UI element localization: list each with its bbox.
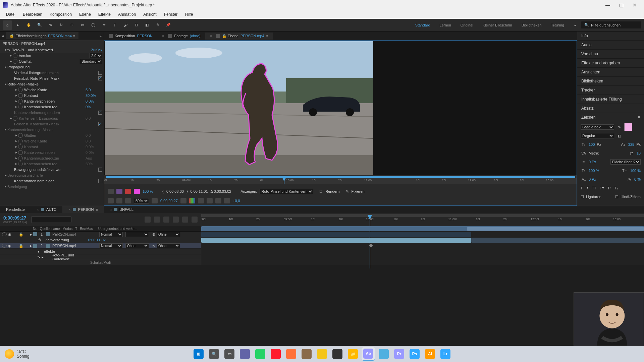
taskbar-app-ps[interactable]: Ps — [408, 347, 421, 361]
taskbar-app-search[interactable]: 🔍 — [207, 347, 221, 361]
fx-prop-row[interactable]: ▸KantenrauschreduzieAus — [0, 155, 104, 161]
menu-datei[interactable]: Datei — [3, 11, 19, 18]
guides-icon[interactable] — [207, 198, 213, 203]
bold-button[interactable]: T — [581, 186, 583, 190]
render-toggle[interactable]: Rendern — [325, 189, 339, 193]
workspace-kleiner bildschirm[interactable]: Kleiner Bildschirm — [478, 22, 517, 28]
panel-vorschau[interactable]: Vorschau — [577, 50, 644, 59]
graph-icon[interactable] — [192, 217, 198, 223]
comp-flowchart-icon[interactable] — [145, 217, 151, 223]
taskbar-app-lr[interactable]: Lr — [439, 347, 452, 361]
character-panel-header[interactable]: Zeichen ≡ — [577, 113, 644, 122]
tl-col-header[interactable]: Modus — [61, 227, 74, 231]
overflow-button[interactable]: » — [570, 20, 580, 30]
channel-icon[interactable] — [189, 198, 195, 203]
menu-animation[interactable]: Animation — [115, 11, 139, 18]
workspace-original[interactable]: Original — [456, 22, 478, 28]
tracking-value[interactable]: 10 — [637, 151, 641, 155]
font-size-value[interactable]: 100 — [589, 142, 595, 146]
zoom-tool[interactable]: 🔍 — [35, 20, 44, 30]
shy-icon[interactable] — [163, 217, 169, 223]
stroke-width-value[interactable]: 0 Px — [589, 160, 596, 164]
magic-icon[interactable] — [116, 189, 122, 194]
panel-prev-icon[interactable]: « — [0, 34, 6, 38]
frameblend-icon[interactable] — [173, 217, 179, 223]
region-icon[interactable] — [108, 198, 114, 203]
menu-ansicht[interactable]: Ansicht — [140, 11, 160, 18]
tl-col-header[interactable]: Quellenname — [39, 227, 61, 231]
fx-prop-row[interactable]: ▸Version2.0 — [0, 53, 104, 58]
panel-bibliotheken[interactable]: Bibliotheken — [577, 77, 644, 86]
fx-prop-row[interactable]: ▸Bereinigung — [0, 184, 104, 189]
taskbar-app-teams[interactable] — [238, 347, 252, 361]
taskbar-app-opera[interactable] — [269, 347, 282, 361]
timeline-layer-row[interactable]: ◉🔒▸1PERSON.mp4Normal⊚Ohne — [0, 232, 201, 237]
taskbar-app-notes[interactable] — [377, 347, 390, 361]
maximize-button[interactable]: ▢ — [614, 0, 628, 10]
viewer-tab-footage[interactable]: ×Footage (ohne) — [157, 33, 205, 39]
effect-controls-tab[interactable]: 🔒 Effekteinstellungen PERSON.mp4 ≡ — [6, 32, 78, 39]
in-time[interactable]: 0:00:08:00 — [166, 189, 184, 193]
timeline-tab-auto[interactable]: × AUTO — [31, 206, 63, 213]
eyedropper-icon[interactable]: ✎ — [616, 124, 622, 130]
italic-button[interactable]: T — [586, 186, 589, 190]
toggle-mask-icon[interactable] — [125, 198, 131, 203]
weather-widget[interactable]: 15°C Sonnig — [5, 349, 29, 359]
effect-reset-button[interactable]: Zurück — [91, 48, 102, 52]
keyframe-diamond[interactable] — [369, 244, 373, 247]
panel-tracker[interactable]: Tracker — [577, 86, 644, 95]
text-color-swatch[interactable] — [624, 123, 632, 131]
fx-prop-row[interactable]: ▸Kontrast80,0% — [0, 93, 104, 98]
fx-prop-row[interactable]: ▸Bewegungsunschärfe — [0, 172, 104, 178]
pen-tool[interactable]: ✒ — [99, 20, 109, 30]
rect-tool[interactable]: ▭ — [78, 20, 87, 30]
fx-prop-row[interactable]: ▸Kantenverfeinerungs-Maske — [0, 127, 104, 132]
snapshot-icon[interactable] — [180, 198, 186, 203]
baseline-value[interactable]: 0 Px — [589, 177, 596, 181]
hscale-value[interactable]: 100 % — [630, 169, 641, 173]
roto-tool[interactable]: ✎ — [153, 20, 162, 30]
close-button[interactable]: ✕ — [628, 0, 641, 10]
workspace-lernen[interactable]: Lernen — [435, 22, 456, 28]
timeline-layer-row[interactable]: ⏱Zeitverzerrung0:00:11:02 — [0, 237, 201, 243]
mini-playhead[interactable] — [284, 178, 284, 184]
taskbar-app-ai[interactable]: Ai — [423, 347, 437, 361]
roto-quality-percent[interactable]: 100 % — [143, 189, 153, 193]
menu-hilfe[interactable]: Hilfe — [181, 11, 196, 18]
rotate-tool[interactable]: ↻ — [56, 20, 66, 30]
ligatures-checkbox[interactable]: ☐ — [581, 195, 584, 199]
fx-prop-row[interactable]: ▸Kante verschieben0,0% — [0, 149, 104, 155]
font-style-select[interactable]: Regular — [581, 133, 614, 138]
subscript-button[interactable]: T₁ — [614, 186, 618, 190]
layer-mini-timeline[interactable]: 0f10f20f09:00f10f20f0f10:00f10f20f11:00f… — [104, 175, 577, 187]
eraser-tool[interactable]: ◧ — [142, 20, 152, 30]
menu-bearbeiten[interactable]: Bearbeiten — [19, 11, 46, 18]
hindi-checkbox[interactable]: ☐ — [615, 195, 619, 199]
workspace-standard[interactable]: Standard — [411, 22, 435, 28]
fx-prop-row[interactable]: Feinabst. Roto-Pinsel-Mask — [0, 75, 104, 81]
ellipse-tool[interactable]: ◯ — [89, 20, 98, 30]
tl-col-header[interactable]: Nr. — [32, 227, 39, 231]
timeline-tab-renderliste[interactable]: Renderliste — [0, 206, 31, 213]
orbit-tool[interactable]: ⟲ — [46, 20, 55, 30]
fx-prop-row[interactable]: Kantenfarben bereinigen — [0, 178, 104, 184]
timeline-layer-row[interactable]: ◉🔒▸2PERSON.mp4NormalOhne⊚Ohne — [0, 243, 201, 249]
draft3d-icon[interactable] — [154, 217, 160, 223]
fx-prop-row[interactable]: ▸Glätten0,0 — [0, 132, 104, 138]
timeline-current-time[interactable]: 0:00:09:27 — [3, 215, 27, 221]
taskbar-app-windows[interactable]: ⊞ — [192, 347, 205, 361]
exposure-value[interactable]: +0,0 — [233, 199, 240, 203]
layer-viewer[interactable]: 0f10f20f09:00f10f20f0f10:00f10f20f11:00f… — [104, 40, 577, 206]
viewer-scene[interactable] — [104, 41, 577, 175]
taskbar-app-pr[interactable]: Pr — [392, 347, 406, 361]
taskbar-app-files[interactable]: 📁 — [346, 347, 360, 361]
panel-effekte-und-vorgaben[interactable]: Effekte und Vorgaben — [577, 59, 644, 68]
fx-prop-row[interactable]: ▸Propagierung — [0, 64, 104, 70]
workspace-training[interactable]: Training — [546, 22, 569, 28]
red-chip-icon[interactable] — [125, 189, 131, 194]
magenta-chip-icon[interactable] — [134, 189, 140, 194]
zoom-select[interactable]: 50% — [134, 198, 149, 203]
effect-name[interactable]: Roto-Pi... und Kantenverf. — [12, 48, 89, 52]
view-mode-select[interactable]: Roto-Pinsel und Kantenverf. — [260, 189, 313, 194]
menu-fenster[interactable]: Fenster — [161, 11, 181, 18]
